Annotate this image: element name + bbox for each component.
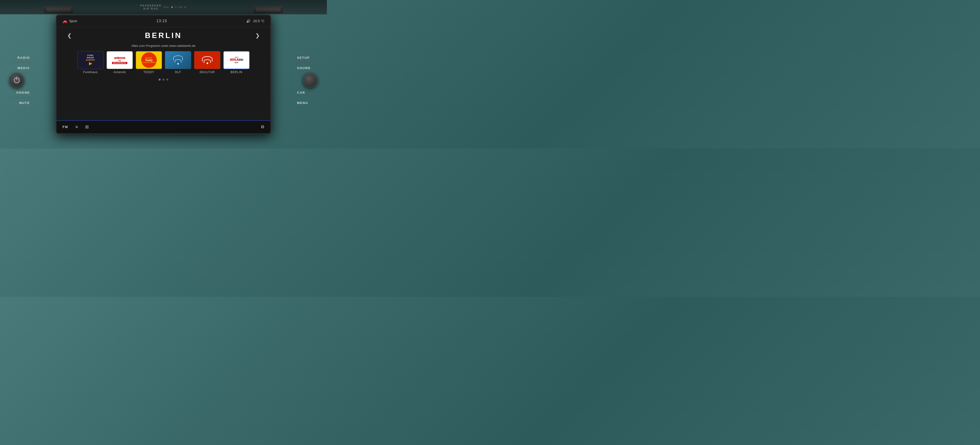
station-subtitle: Alles zum Programm unter www.radioberlin… xyxy=(56,44,270,50)
presets-area: FUNK HAUS EUROPA ▶ Funkhaus antenne rbb … xyxy=(56,50,270,78)
vent-line xyxy=(46,8,71,8)
preset-berlin[interactable]: radio BERLINrbb 88,8 BERLIN xyxy=(223,51,250,74)
dkultur-waves xyxy=(202,56,213,64)
header-right: 🔊 20.5 °C xyxy=(246,19,264,23)
airbag-icons: ⚡ ✕ xyxy=(171,6,177,8)
volume-icon: 🔊 xyxy=(246,19,250,23)
vent-line xyxy=(46,10,71,10)
preset-funkhaus[interactable]: FUNK HAUS EUROPA ▶ Funkhaus xyxy=(77,51,103,74)
station-nav-bar: ❮ BERLIN ❯ xyxy=(56,27,270,44)
dlf-label: DLF xyxy=(175,71,181,74)
preset-view-button[interactable]: ⊞ xyxy=(85,124,89,130)
page-dot-3[interactable] xyxy=(166,79,168,81)
next-station-button[interactable]: ❯ xyxy=(252,31,263,40)
berlin-text1: radio xyxy=(234,56,239,58)
volume-knob-container xyxy=(303,73,317,87)
antenne-badge: BRANDENBURG xyxy=(112,62,127,64)
funkhaus-arrow: ▶ xyxy=(89,61,92,66)
antenne-text1: antenne xyxy=(114,56,126,60)
left-panel: RADIO MEDIA PHONE MUTE xyxy=(0,12,38,149)
preset-dlf[interactable]: DLF xyxy=(165,51,191,74)
teddy-text3: Das Kinderprogramm xyxy=(142,62,156,63)
vent-left xyxy=(44,6,73,13)
page-dot-1[interactable] xyxy=(159,79,161,81)
header-time: 13:15 xyxy=(77,19,246,23)
phone-button[interactable]: PHONE xyxy=(0,87,38,98)
list-view-button[interactable]: ≡ xyxy=(75,125,78,130)
sound-button[interactable]: SOUND xyxy=(289,63,327,73)
teddy-logo: RADIO Teddy Das Kinderprogramm xyxy=(136,51,162,69)
dkultur-label: DKULTUR xyxy=(200,71,215,74)
vent-line xyxy=(46,11,71,11)
radio-button[interactable]: RADIO xyxy=(0,52,38,63)
screen-header: 🚗 Sport 13:15 🔊 20.5 °C xyxy=(56,15,270,27)
vent-right xyxy=(254,6,283,13)
berlin-text2: BERLINrbb xyxy=(230,58,243,62)
power-button[interactable] xyxy=(10,73,24,87)
station-name: BERLIN xyxy=(145,31,182,40)
right-panel: SETUP SOUND CAR MENU xyxy=(289,12,327,149)
vent-line xyxy=(256,8,281,8)
antennb-label: Antennb xyxy=(113,71,126,74)
teddy-text1: RADIO xyxy=(145,57,152,59)
car-mode-icon: 🚗 xyxy=(62,19,67,24)
dkultur-dot xyxy=(207,62,208,64)
vent-line xyxy=(256,11,281,11)
funkhaus-label: Funkhaus xyxy=(83,71,98,74)
infotainment-screen: 🚗 Sport 13:15 🔊 20.5 °C ❮ BERLIN ❯ Alles… xyxy=(56,14,271,134)
volume-knob[interactable] xyxy=(303,73,317,87)
car-button[interactable]: CAR xyxy=(289,87,327,98)
preset-teddy[interactable]: RADIO Teddy Das Kinderprogramm TEDDY xyxy=(136,51,162,74)
antenne-logo: antenne rbb BRANDENBURG xyxy=(107,51,133,69)
funkhaus-text2: HAUS xyxy=(87,56,94,59)
pagination xyxy=(56,78,270,83)
menu-button[interactable]: MENU xyxy=(289,98,327,108)
dlf-dot xyxy=(177,63,179,65)
preset-antennb[interactable]: antenne rbb BRANDENBURG Antennb xyxy=(107,51,133,74)
teddy-circle: RADIO Teddy Das Kinderprogramm xyxy=(141,52,157,68)
airbag-on-label: ON xyxy=(179,6,183,8)
funkhaus-text3: EUROPA xyxy=(86,59,95,61)
airbag-on-icon: ⊗ xyxy=(184,6,187,8)
drive-mode: Sport xyxy=(69,19,77,23)
temperature: 20.5 °C xyxy=(253,19,264,23)
screen-footer: FM ≡ ⊞ ⚙ xyxy=(56,120,270,133)
airbag-controls: OFF ⚡ ✕ ON ⊗ xyxy=(164,6,187,8)
airbag-off-label: OFF xyxy=(164,6,169,8)
antenne-text2: rbb xyxy=(118,60,121,62)
funkhaus-inner: FUNK HAUS EUROPA ▶ xyxy=(86,54,95,66)
berlin-freq: 88,8 xyxy=(234,62,239,63)
vent-line xyxy=(256,10,281,10)
airbag-label: PASSENGERAIR BAG xyxy=(140,4,162,10)
band-selector[interactable]: FM xyxy=(62,125,68,129)
mute-button[interactable]: MUTE xyxy=(0,98,38,108)
dlf-waves xyxy=(173,55,183,65)
dlf-logo xyxy=(165,51,191,69)
media-button[interactable]: MEDIA xyxy=(0,63,38,73)
preset-dkultur[interactable]: DKULTUR xyxy=(194,51,220,74)
berlin-label: BERLIN xyxy=(231,71,242,74)
header-left: 🚗 Sport xyxy=(62,19,77,24)
berlin-logo: radio BERLINrbb 88,8 xyxy=(223,51,250,69)
airbag-text: PASSENGERAIR BAG xyxy=(140,4,162,10)
dlf-wave-inner xyxy=(175,59,181,63)
power-button-container xyxy=(10,73,24,87)
screen-main: ❮ BERLIN ❯ Alles zum Programm unter www.… xyxy=(56,27,270,120)
prev-station-button[interactable]: ❮ xyxy=(64,31,75,40)
funkhaus-logo: FUNK HAUS EUROPA ▶ xyxy=(77,51,103,69)
funkhaus-text1: FUNK xyxy=(88,54,94,56)
setup-button[interactable]: SETUP xyxy=(289,52,327,63)
page-dot-2[interactable] xyxy=(162,79,164,81)
dkultur-logo xyxy=(194,51,220,69)
teddy-text2: Teddy xyxy=(145,59,153,62)
teddy-label: TEDDY xyxy=(143,71,154,74)
power-icon xyxy=(14,78,20,83)
settings-button[interactable]: ⚙ xyxy=(261,124,264,130)
